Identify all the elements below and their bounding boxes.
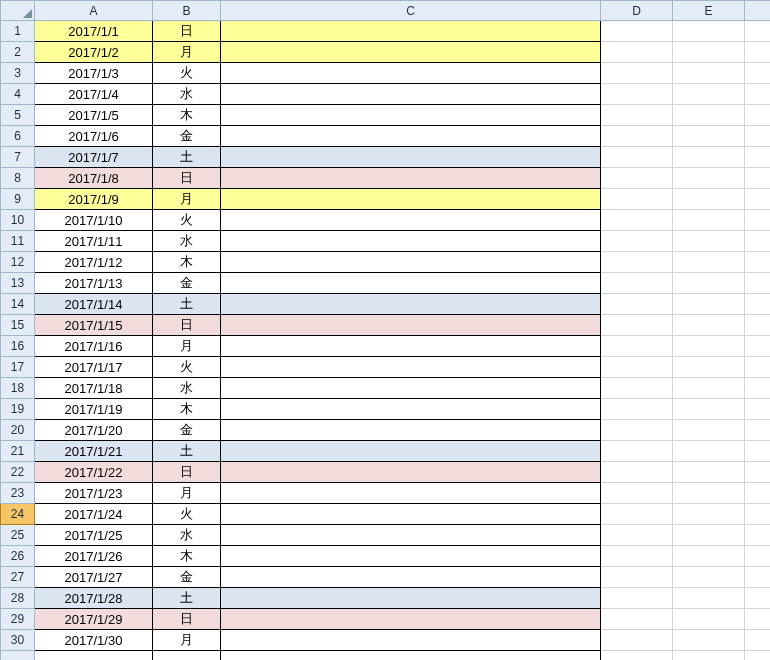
spreadsheet[interactable]: A B C D E 12017/1/1日22017/1/2月32017/1/3火… bbox=[0, 0, 770, 660]
cell-weekday[interactable]: 日 bbox=[153, 168, 221, 189]
table-row[interactable]: 82017/1/8日 bbox=[1, 168, 771, 189]
cell-weekday[interactable]: 月 bbox=[153, 483, 221, 504]
cell-empty-partial[interactable] bbox=[745, 399, 771, 420]
cell-date[interactable]: 2017/1/7 bbox=[35, 147, 153, 168]
cell-empty-D[interactable] bbox=[601, 525, 673, 546]
cell-empty-E[interactable] bbox=[673, 504, 745, 525]
table-row[interactable]: 262017/1/26木 bbox=[1, 546, 771, 567]
cell-note[interactable] bbox=[221, 525, 601, 546]
row-header[interactable]: 28 bbox=[1, 588, 35, 609]
cell-note[interactable] bbox=[221, 378, 601, 399]
table-row[interactable]: 202017/1/20金 bbox=[1, 420, 771, 441]
row-header[interactable]: 11 bbox=[1, 231, 35, 252]
cell-note[interactable] bbox=[221, 336, 601, 357]
cell-note[interactable] bbox=[221, 168, 601, 189]
cell-date[interactable]: 2017/1/4 bbox=[35, 84, 153, 105]
cell-note[interactable] bbox=[221, 147, 601, 168]
cell-date[interactable]: 2017/1/21 bbox=[35, 441, 153, 462]
cell-note[interactable] bbox=[221, 84, 601, 105]
cell-empty-D[interactable] bbox=[601, 378, 673, 399]
col-header-C[interactable]: C bbox=[221, 1, 601, 21]
cell-empty-E[interactable] bbox=[673, 609, 745, 630]
cell-weekday[interactable]: 木 bbox=[153, 399, 221, 420]
grid[interactable]: A B C D E 12017/1/1日22017/1/2月32017/1/3火… bbox=[0, 0, 770, 660]
cell-empty-D[interactable] bbox=[601, 399, 673, 420]
table-row[interactable]: 122017/1/12木 bbox=[1, 252, 771, 273]
cell-note[interactable] bbox=[221, 63, 601, 84]
cell-empty[interactable] bbox=[221, 651, 601, 661]
row-header[interactable]: 18 bbox=[1, 378, 35, 399]
cell-note[interactable] bbox=[221, 588, 601, 609]
row-header[interactable]: 17 bbox=[1, 357, 35, 378]
cell-empty-partial[interactable] bbox=[745, 378, 771, 399]
cell-note[interactable] bbox=[221, 273, 601, 294]
cell-empty-D[interactable] bbox=[601, 147, 673, 168]
row-header[interactable]: 25 bbox=[1, 525, 35, 546]
cell-empty-D[interactable] bbox=[601, 105, 673, 126]
table-row[interactable]: 222017/1/22日 bbox=[1, 462, 771, 483]
cell-empty-D[interactable] bbox=[601, 609, 673, 630]
table-row[interactable]: 162017/1/16月 bbox=[1, 336, 771, 357]
cell-empty-partial[interactable] bbox=[745, 357, 771, 378]
cell-empty-partial[interactable] bbox=[745, 84, 771, 105]
cell-date[interactable]: 2017/1/12 bbox=[35, 252, 153, 273]
col-header-E[interactable]: E bbox=[673, 1, 745, 21]
cell-date[interactable]: 2017/1/2 bbox=[35, 42, 153, 63]
cell-empty-partial[interactable] bbox=[745, 273, 771, 294]
cell-date[interactable]: 2017/1/15 bbox=[35, 315, 153, 336]
cell-weekday[interactable]: 土 bbox=[153, 588, 221, 609]
cell-note[interactable] bbox=[221, 21, 601, 42]
cell-note[interactable] bbox=[221, 315, 601, 336]
cell-weekday[interactable]: 火 bbox=[153, 357, 221, 378]
cell-note[interactable] bbox=[221, 462, 601, 483]
cell-weekday[interactable]: 日 bbox=[153, 315, 221, 336]
cell-empty-partial[interactable] bbox=[745, 336, 771, 357]
cell-empty-D[interactable] bbox=[601, 441, 673, 462]
cell-date[interactable]: 2017/1/20 bbox=[35, 420, 153, 441]
cell-date[interactable]: 2017/1/23 bbox=[35, 483, 153, 504]
cell-empty-partial[interactable] bbox=[745, 546, 771, 567]
row-header[interactable]: 29 bbox=[1, 609, 35, 630]
row-header[interactable]: 4 bbox=[1, 84, 35, 105]
cell-empty[interactable] bbox=[673, 651, 745, 661]
cell-note[interactable] bbox=[221, 105, 601, 126]
cell-empty-partial[interactable] bbox=[745, 420, 771, 441]
cell-note[interactable] bbox=[221, 189, 601, 210]
row-header[interactable]: 20 bbox=[1, 420, 35, 441]
table-row[interactable]: 232017/1/23月 bbox=[1, 483, 771, 504]
cell-empty-D[interactable] bbox=[601, 315, 673, 336]
cell-date[interactable]: 2017/1/3 bbox=[35, 63, 153, 84]
cell-note[interactable] bbox=[221, 504, 601, 525]
cell-empty-D[interactable] bbox=[601, 336, 673, 357]
row-header[interactable]: 5 bbox=[1, 105, 35, 126]
table-row[interactable]: 12017/1/1日 bbox=[1, 21, 771, 42]
cell-empty-D[interactable] bbox=[601, 231, 673, 252]
cell-empty-E[interactable] bbox=[673, 315, 745, 336]
table-row[interactable]: 252017/1/25水 bbox=[1, 525, 771, 546]
row-header[interactable]: 1 bbox=[1, 21, 35, 42]
cell-empty-D[interactable] bbox=[601, 42, 673, 63]
cell-note[interactable] bbox=[221, 42, 601, 63]
cell-empty[interactable] bbox=[601, 651, 673, 661]
cell-empty-E[interactable] bbox=[673, 588, 745, 609]
cell-weekday[interactable]: 水 bbox=[153, 84, 221, 105]
cell-date[interactable]: 2017/1/6 bbox=[35, 126, 153, 147]
cell-weekday[interactable]: 水 bbox=[153, 525, 221, 546]
table-row[interactable]: 152017/1/15日 bbox=[1, 315, 771, 336]
cell-empty-partial[interactable] bbox=[745, 315, 771, 336]
row-header[interactable]: 9 bbox=[1, 189, 35, 210]
cell-weekday[interactable]: 水 bbox=[153, 231, 221, 252]
row-header[interactable]: 10 bbox=[1, 210, 35, 231]
table-row[interactable]: 32017/1/3火 bbox=[1, 63, 771, 84]
cell-date[interactable]: 2017/1/10 bbox=[35, 210, 153, 231]
cell-empty-E[interactable] bbox=[673, 273, 745, 294]
cell-empty-D[interactable] bbox=[601, 546, 673, 567]
cell-note[interactable] bbox=[221, 546, 601, 567]
cell-date[interactable]: 2017/1/5 bbox=[35, 105, 153, 126]
cell-date[interactable]: 2017/1/27 bbox=[35, 567, 153, 588]
row-header[interactable]: 3 bbox=[1, 63, 35, 84]
cell-empty-partial[interactable] bbox=[745, 105, 771, 126]
table-row[interactable]: 142017/1/14土 bbox=[1, 294, 771, 315]
cell-date[interactable]: 2017/1/30 bbox=[35, 630, 153, 651]
table-row[interactable]: 182017/1/18水 bbox=[1, 378, 771, 399]
